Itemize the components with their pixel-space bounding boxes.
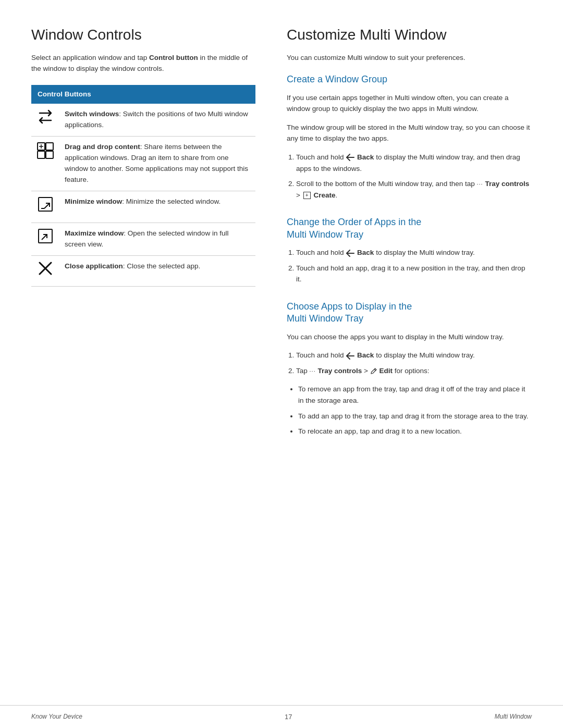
switch-icon: [36, 109, 54, 125]
step2-bold-create: Create: [313, 191, 335, 199]
maximize-label-bold: Maximize window: [65, 229, 124, 237]
svg-line-13: [374, 369, 376, 371]
section-change-order: Change the Order of Apps in theMulti Win…: [287, 216, 532, 285]
icon-cell-close: [31, 255, 59, 286]
back-icon-2: [346, 250, 355, 257]
choose-apps-title: Choose Apps to Display in theMulti Windo…: [287, 301, 532, 325]
edit-pencil-icon: [370, 367, 377, 375]
choose-apps-bullets: To remove an app from the tray, tap and …: [287, 384, 532, 437]
svg-rect-1: [46, 143, 53, 150]
ca-step2-bold-tray: Tray controls: [317, 367, 362, 375]
co-step1-bold: Back: [357, 249, 374, 256]
step2-text-before: Scroll to the bottom of the Multi window…: [296, 180, 476, 188]
close-text: Close application: Close the selected ap…: [59, 255, 255, 286]
close-icon: [38, 261, 53, 276]
tray-controls-icon-2: ∙∙∙: [310, 368, 316, 374]
ca-step1-after: to display the Multi window tray.: [374, 351, 474, 359]
drag-label-bold: Drag and drop content: [65, 143, 140, 151]
table-row: Close application: Close the selected ap…: [31, 255, 255, 286]
maximize-text: Maximize window: Open the selected windo…: [59, 223, 255, 255]
co-step1-before: Touch and hold: [296, 249, 346, 256]
close-label-bold: Close application: [65, 262, 123, 270]
step1-text-before: Touch and hold: [296, 153, 346, 161]
svg-line-8: [44, 203, 50, 208]
minimize-label-bold: Minimize window: [65, 198, 122, 205]
icon-cell-switch: [31, 104, 59, 136]
table-row: Minimize window: Minimize the selected w…: [31, 191, 255, 223]
footer-right: Multi Window: [495, 712, 532, 721]
minimize-text: Minimize window: Minimize the selected w…: [59, 191, 255, 223]
table-row: Switch windows: Switch the positions of …: [31, 104, 255, 136]
change-order-title: Change the Order of Apps in theMulti Win…: [287, 216, 532, 241]
right-column: Customize Multi Window You can customize…: [287, 26, 532, 674]
ca-step1-before: Touch and hold: [296, 351, 346, 359]
right-intro: You can customize Multi window to suit y…: [287, 52, 532, 64]
drag-text: Drag and drop content: Share items betwe…: [59, 136, 255, 191]
step-item: Touch and hold Back to display the Multi…: [296, 152, 532, 174]
back-icon-1: [346, 154, 355, 161]
intro-bold: Control button: [149, 54, 198, 61]
step-item: Touch and hold Back to display the Multi…: [296, 350, 532, 361]
footer-left: Know Your Device: [31, 712, 82, 721]
step-item: Tap ∙∙∙ Tray controls > Edit for options…: [296, 365, 532, 377]
control-buttons-table: Control Buttons Switch windows: Switch t…: [31, 85, 255, 287]
table-header: Control Buttons: [31, 85, 255, 104]
bullet-item: To add an app to the tray, tap and drag …: [298, 411, 532, 422]
bullet-item: To relocate an app, tap and drag it to a…: [298, 426, 532, 437]
choose-apps-steps: Touch and hold Back to display the Multi…: [287, 350, 532, 376]
co-step2: Touch and hold an app, drag it to a new …: [296, 264, 525, 283]
create-window-group-para2: The window group will be stored in the M…: [287, 122, 532, 144]
ca-step2-before: Tap: [296, 367, 310, 375]
step1-bold: Back: [357, 153, 374, 161]
switch-label-bold: Switch windows: [65, 110, 119, 118]
left-title: Window Controls: [31, 26, 255, 44]
back-icon-3: [346, 352, 355, 360]
step-item: Touch and hold an app, drag it to a new …: [296, 263, 532, 285]
create-window-group-title: Create a Window Group: [287, 73, 532, 85]
svg-rect-2: [38, 151, 45, 158]
icon-cell-maximize: [31, 223, 59, 255]
ca-step1-bold: Back: [357, 351, 374, 359]
bullet-item: To remove an app from the tray, tap and …: [298, 384, 532, 406]
choose-apps-para: You can choose the apps you want to disp…: [287, 331, 532, 343]
step2-period: .: [335, 191, 337, 199]
create-window-group-steps: Touch and hold Back to display the Multi…: [287, 152, 532, 201]
switch-text: Switch windows: Switch the positions of …: [59, 104, 255, 136]
co-step1-after: to display the Multi window tray.: [374, 249, 474, 256]
drag-icon: [36, 142, 54, 159]
left-intro: Select an application window and tap Con…: [31, 52, 255, 75]
table-row: Drag and drop content: Share items betwe…: [31, 136, 255, 191]
create-window-group-para1: If you use certain apps together in Mult…: [287, 92, 532, 115]
svg-rect-3: [46, 151, 53, 158]
table-row: Maximize window: Open the selected windo…: [31, 223, 255, 255]
step-item: Scroll to the bottom of the Multi window…: [296, 178, 532, 201]
create-box-icon: +: [303, 192, 311, 199]
ca-step2-bold-edit: Edit: [379, 367, 393, 375]
ca-step2-after: for options:: [393, 367, 430, 375]
footer-center: 17: [285, 712, 292, 722]
content-area: Window Controls Select an application wi…: [0, 0, 563, 705]
svg-line-10: [42, 235, 47, 240]
step-item: Touch and hold Back to display the Multi…: [296, 247, 532, 258]
tray-controls-icon-1: ∙∙∙: [476, 181, 483, 187]
icon-cell-drag: [31, 136, 59, 191]
icon-cell-minimize: [31, 191, 59, 223]
step2-bold-tray: Tray controls: [485, 180, 529, 188]
page-container: Window Controls Select an application wi…: [0, 0, 563, 728]
change-order-steps: Touch and hold Back to display the Multi…: [287, 247, 532, 285]
minimize-icon: [38, 196, 53, 212]
ca-step2-arrow: >: [364, 367, 370, 375]
right-title: Customize Multi Window: [287, 26, 532, 44]
step2-arrow: >: [296, 191, 302, 199]
section-choose-apps: Choose Apps to Display in theMulti Windo…: [287, 301, 532, 437]
footer: Know Your Device 17 Multi Window: [0, 705, 563, 729]
svg-rect-6: [39, 198, 52, 211]
intro-text-before: Select an application window and tap: [31, 54, 149, 61]
maximize-icon: [38, 228, 53, 244]
section-create-window-group: Create a Window Group If you use certain…: [287, 73, 532, 201]
left-column: Window Controls Select an application wi…: [31, 26, 255, 674]
